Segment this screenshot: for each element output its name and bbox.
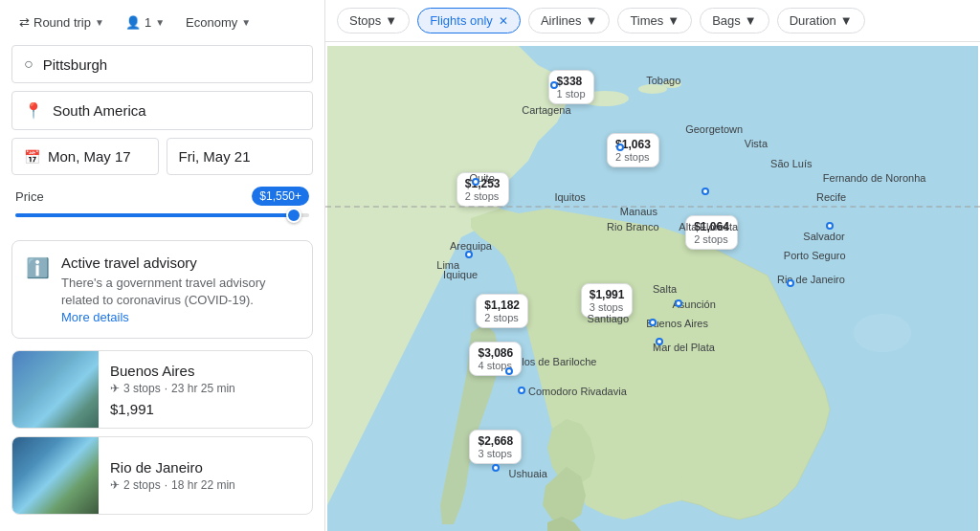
dot-manaus [702, 188, 709, 195]
passengers-button[interactable]: 👤 1 ▼ [118, 11, 172, 33]
rio-stops: 2 stops [123, 478, 161, 492]
price-badge: $1,550+ [252, 187, 309, 206]
advisory-icon: ℹ️ [26, 256, 50, 279]
buenos-aires-image [12, 351, 99, 428]
depart-date-value: Mon, May 17 [48, 148, 131, 165]
chevron-down-icon: ▼ [385, 13, 397, 28]
advisory-title: Active travel advisory [61, 254, 299, 271]
filter-bar: Stops ▼Flights only ✕Airlines ▼Times ▼Ba… [325, 0, 980, 42]
marker-porto-seguro[interactable]: $1,0642 stops [685, 215, 738, 250]
filter-btn-stops[interactable]: Stops ▼ [337, 8, 410, 33]
price-label-row: Price $1,550+ [15, 187, 309, 206]
advisory-text: There's a government travel advisory rel… [61, 275, 299, 309]
filter-btn-airlines[interactable]: Airlines ▼ [528, 8, 611, 33]
buenos-aires-city: Buenos Aires [110, 363, 301, 379]
filter-btn-bags[interactable]: Bags ▼ [700, 8, 769, 33]
dot-cartagena [550, 81, 558, 89]
depart-date-field[interactable]: 📅 Mon, May 17 [11, 138, 159, 175]
dot-buenos-aires [649, 319, 657, 326]
chevron-down-icon: ▼ [586, 13, 598, 28]
marker-bariloche[interactable]: $3,0864 stops [469, 342, 522, 376]
calendar-icon: 📅 [24, 149, 40, 165]
close-icon[interactable]: ✕ [499, 14, 508, 28]
origin-field[interactable]: ○ Pittsburgh [11, 45, 313, 83]
buenos-aires-stops: 3 stops [123, 382, 161, 395]
buenos-aires-duration: 23 hr 25 min [171, 382, 235, 395]
svg-point-4 [854, 314, 911, 352]
dot-mar-del-plata [656, 338, 663, 345]
dot-bariloche [505, 367, 513, 375]
svg-point-2 [638, 84, 667, 94]
marker-ushuaia[interactable]: $2,6683 stops [469, 430, 522, 464]
svg-point-3 [662, 80, 681, 88]
origin-icon: ○ [24, 55, 33, 73]
dot-asuncion [675, 299, 682, 307]
rio-image [12, 437, 99, 514]
ba-dot: · [165, 382, 167, 395]
rio-dot: · [165, 478, 167, 492]
buenos-aires-price: $1,991 [110, 401, 301, 417]
chevron-down-icon: ▼ [667, 13, 679, 28]
flight-card-buenos-aires[interactable]: Buenos Aires ✈ 3 stops · 23 hr 25 min $1… [11, 350, 313, 429]
slider-fill [15, 213, 300, 217]
dot-bogota [616, 144, 624, 151]
filter-btn-duration[interactable]: Duration ▼ [777, 8, 865, 33]
left-panel: ⇄ Round trip ▼ 👤 1 ▼ Economy ▼ ○ Pittsbu… [0, 0, 325, 531]
flight-results: Buenos Aires ✈ 3 stops · 23 hr 25 min $1… [11, 350, 313, 522]
marker-quito[interactable]: $1,2532 stops [457, 172, 509, 207]
dot-quito [472, 178, 479, 186]
passengers-arrow: ▼ [155, 17, 165, 28]
rio-details: ✈ 2 stops · 18 hr 22 min [110, 478, 301, 492]
dot-comodoro [518, 387, 525, 394]
filter-btn-flights-only[interactable]: Flights only ✕ [417, 8, 521, 33]
flight-card-rio[interactable]: Rio de Janeiro ✈ 2 stops · 18 hr 22 min [11, 436, 313, 515]
cabin-button[interactable]: Economy ▼ [178, 11, 258, 33]
top-controls: ⇄ Round trip ▼ 👤 1 ▼ Economy ▼ [11, 11, 313, 33]
dot-rio [787, 279, 794, 287]
dot-ushuaia [492, 464, 500, 472]
price-section: Price $1,550+ [11, 187, 313, 225]
plane-icon-ba: ✈ [110, 382, 120, 395]
marker-santiago[interactable]: $1,1822 stops [476, 294, 528, 328]
return-date-value: Fri, May 21 [179, 148, 251, 165]
rio-city: Rio de Janeiro [110, 459, 301, 476]
marker-bogota[interactable]: $1,0632 stops [607, 133, 659, 167]
dot-lima [465, 251, 473, 258]
trip-type-arrow: ▼ [95, 17, 104, 28]
dot-salvador [826, 222, 834, 230]
slider-thumb[interactable] [286, 208, 301, 223]
trip-type-button[interactable]: ⇄ Round trip ▼ [11, 11, 112, 33]
destination-field[interactable]: 📍 South America [11, 91, 313, 130]
advisory-link[interactable]: More details [61, 310, 129, 324]
advisory-content: Active travel advisory There's a governm… [61, 254, 299, 324]
price-label: Price [15, 189, 44, 204]
date-fields: 📅 Mon, May 17 Fri, May 21 [11, 138, 313, 175]
buenos-aires-details: ✈ 3 stops · 23 hr 25 min [110, 382, 301, 395]
destination-value: South America [53, 102, 146, 119]
map-content: $3381 stop $1,0632 stops $1,2532 stops $… [325, 46, 980, 531]
chevron-down-icon: ▼ [745, 13, 757, 28]
travel-advisory: ℹ️ Active travel advisory There's a gove… [11, 240, 313, 339]
rio-duration: 18 hr 22 min [171, 478, 235, 492]
marker-buenos-aires-price[interactable]: $1,9913 stops [581, 283, 634, 318]
cabin-arrow: ▼ [241, 17, 251, 28]
plane-icon-rio: ✈ [110, 478, 120, 492]
right-panel: Stops ▼Flights only ✕Airlines ▼Times ▼Ba… [325, 0, 980, 531]
origin-value: Pittsburgh [43, 56, 108, 73]
price-slider[interactable] [15, 213, 309, 217]
chevron-down-icon: ▼ [840, 13, 853, 28]
buenos-aires-info: Buenos Aires ✈ 3 stops · 23 hr 25 min $1… [99, 353, 312, 427]
trip-type-label: Round trip [33, 15, 91, 30]
swap-icon: ⇄ [19, 15, 30, 30]
passenger-count: 1 [145, 15, 151, 30]
cabin-label: Economy [186, 15, 237, 30]
destination-icon: 📍 [24, 101, 43, 120]
filter-btn-times[interactable]: Times ▼ [617, 8, 692, 33]
rio-info: Rio de Janeiro ✈ 2 stops · 18 hr 22 min [99, 450, 312, 501]
person-icon: 👤 [125, 15, 141, 30]
return-date-field[interactable]: Fri, May 21 [167, 138, 314, 175]
